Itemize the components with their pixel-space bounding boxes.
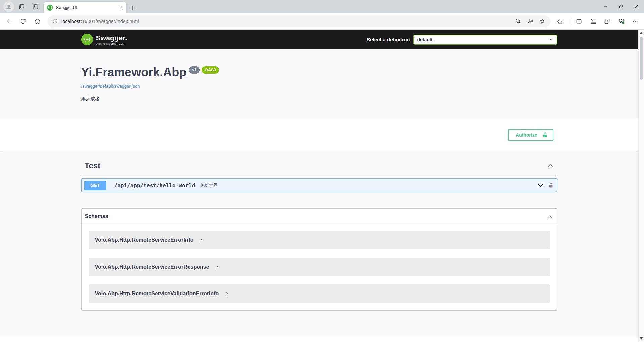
split-screen-icon[interactable] xyxy=(574,16,584,27)
tab-title: Swagger UI xyxy=(56,5,117,10)
http-method-badge: GET xyxy=(84,181,106,190)
favorite-star-icon[interactable] xyxy=(537,16,547,26)
restore-icon[interactable] xyxy=(613,0,629,13)
address-bar[interactable]: localhost:19001/swagger/index.html xyxy=(48,15,550,27)
definition-selected-value: default xyxy=(417,37,433,42)
zoom-out-icon[interactable] xyxy=(513,16,523,26)
collections-icon[interactable] xyxy=(602,16,612,27)
browser-tab[interactable]: {…} Swagger UI xyxy=(44,2,126,13)
refresh-icon[interactable] xyxy=(17,16,29,27)
tag-section-header[interactable]: Test xyxy=(81,161,557,175)
more-menu-icon[interactable] xyxy=(630,16,641,27)
api-description: 集大成者 xyxy=(81,96,557,102)
operation-summary: 你好世界 xyxy=(200,182,218,188)
scheme-container: Authorize xyxy=(0,119,638,151)
schemas-body: Volo.Abp.Http.RemoteServiceErrorInfo Vol… xyxy=(82,224,557,310)
schema-row-remote-service-validation-error-info[interactable]: Volo.Abp.Http.RemoteServiceValidationErr… xyxy=(89,284,550,303)
auth-lock-icon[interactable] xyxy=(548,183,554,188)
scrollbar-thumb[interactable] xyxy=(640,37,643,80)
vertical-scrollbar[interactable] xyxy=(638,30,644,342)
schema-row-remote-service-error-response[interactable]: Volo.Abp.Http.RemoteServiceErrorResponse xyxy=(89,258,550,276)
screen: {…} Swagger UI xyxy=(0,0,644,342)
schemas-title: Schemas xyxy=(85,213,108,219)
spec-json-link[interactable]: /swagger/default/swagger.json xyxy=(81,83,140,89)
new-tab-icon[interactable] xyxy=(128,3,137,13)
authorize-button[interactable]: Authorize xyxy=(508,129,553,141)
schema-row-remote-service-error-info[interactable]: Volo.Abp.Http.RemoteServiceErrorInfo xyxy=(89,231,550,249)
url-host: localhost xyxy=(61,19,80,24)
close-window-icon[interactable] xyxy=(629,0,644,13)
swagger-topbar: {⋯} Swagger. Supported by SMARTBEAR Sele… xyxy=(0,30,638,49)
authorize-label: Authorize xyxy=(516,132,537,138)
browser-tab-strip: {…} Swagger UI xyxy=(0,0,644,13)
tag-title: Test xyxy=(85,161,101,170)
operation-path: /api/app/test/hello-world xyxy=(114,182,195,189)
chevron-right-icon xyxy=(215,265,220,269)
swagger-logo[interactable]: {⋯} Swagger. Supported by SMARTBEAR xyxy=(81,34,127,45)
minimize-icon[interactable] xyxy=(598,0,613,13)
schema-name: Volo.Abp.Http.RemoteServiceValidationErr… xyxy=(95,291,219,297)
favorites-bar-icon[interactable] xyxy=(588,16,598,27)
schema-name: Volo.Abp.Http.RemoteServiceErrorInfo xyxy=(95,237,194,243)
url-path: :19001/swagger/index.html xyxy=(80,19,139,24)
chevron-right-icon xyxy=(225,292,229,296)
scroll-up-icon[interactable] xyxy=(639,30,644,36)
read-aloud-icon[interactable] xyxy=(525,16,535,26)
version-badge: v1 xyxy=(189,66,200,74)
scroll-down-icon[interactable] xyxy=(639,336,644,341)
browser-essentials-icon[interactable] xyxy=(616,16,627,27)
chevron-up-icon[interactable] xyxy=(547,213,553,220)
definition-select-label: Select a definition xyxy=(367,37,410,42)
swagger-favicon: {…} xyxy=(47,5,53,11)
definition-select[interactable]: default xyxy=(413,35,557,45)
toolbar-actions xyxy=(555,16,641,27)
toolbar-divider xyxy=(570,18,570,25)
schemas-header[interactable]: Schemas xyxy=(82,209,557,224)
chevron-down-icon[interactable] xyxy=(537,182,544,189)
schema-name: Volo.Abp.Http.RemoteServiceErrorResponse xyxy=(95,264,209,270)
definition-selector-group: Select a definition default xyxy=(367,35,557,45)
chevron-up-icon[interactable] xyxy=(547,162,554,169)
close-icon[interactable] xyxy=(117,5,123,11)
logo-subtext: Supported by SMARTBEAR xyxy=(96,43,127,45)
profile-avatar-icon[interactable] xyxy=(3,1,14,12)
oas3-badge: OAS3 xyxy=(202,66,219,74)
home-icon[interactable] xyxy=(32,16,43,27)
operation-row-get-hello-world[interactable]: GET /api/app/test/hello-world 你好世界 xyxy=(81,178,557,192)
back-icon[interactable] xyxy=(3,16,15,27)
info-icon[interactable] xyxy=(52,18,58,24)
swagger-logo-icon: {⋯} xyxy=(81,34,93,45)
logo-text: Swagger. xyxy=(96,34,127,42)
api-title: Yi.Framework.Abp xyxy=(81,66,187,79)
tab-groups-icon[interactable] xyxy=(17,3,25,11)
browser-toolbar: localhost:19001/swagger/index.html xyxy=(0,13,644,30)
vertical-tabs-icon[interactable] xyxy=(31,3,39,11)
api-info-section: Yi.Framework.Abp v1 OAS3 /swagger/defaul… xyxy=(0,49,638,119)
chevron-right-icon xyxy=(199,238,204,242)
operations-wrapper: Test GET /api/app/test/hello-world 你好世界 xyxy=(81,161,557,311)
extensions-icon[interactable] xyxy=(555,16,566,27)
unlock-icon xyxy=(542,132,548,138)
url-text[interactable]: localhost:19001/swagger/index.html xyxy=(61,19,511,24)
page-bottom-strip xyxy=(0,337,638,342)
window-controls xyxy=(598,0,644,13)
chevron-down-icon xyxy=(549,37,553,42)
page-content: {⋯} Swagger. Supported by SMARTBEAR Sele… xyxy=(0,30,638,342)
schemas-section: Schemas Volo.Abp.Http.RemoteServiceError… xyxy=(81,208,557,311)
